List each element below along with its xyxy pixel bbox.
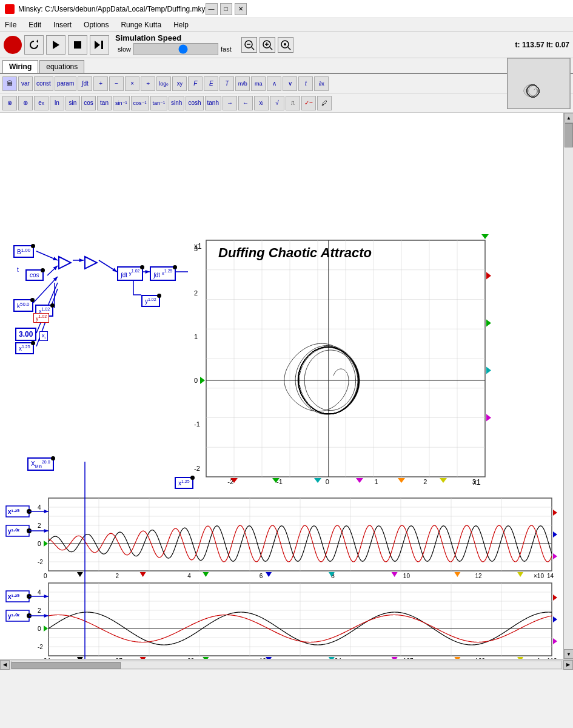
zoom-plus-button[interactable] — [260, 37, 275, 53]
step-button[interactable] — [90, 35, 109, 55]
icon-pillar[interactable]: 🏛 — [2, 76, 17, 91]
hscroll-thumb[interactable] — [12, 662, 121, 669]
icon-asin[interactable]: sin⁻¹ — [113, 96, 130, 110]
svg-marker-3 — [95, 41, 100, 49]
close-button[interactable]: ✕ — [235, 3, 247, 15]
scroll-thumb[interactable] — [565, 123, 573, 147]
icon-ma[interactable]: ma — [251, 76, 266, 91]
icon-param[interactable]: param — [55, 76, 76, 91]
node-xi-1[interactable]: xi — [39, 331, 48, 341]
icon-f[interactable]: F — [188, 76, 203, 91]
icon-e[interactable]: E — [204, 76, 218, 91]
right-scrollbar: ▲ ▼ — [563, 113, 573, 659]
node-B[interactable]: B1.00 — [13, 245, 34, 258]
icon-arrow-right[interactable]: → — [223, 96, 237, 110]
scroll-up-button[interactable]: ▲ — [564, 113, 573, 123]
icon-circle-plus[interactable]: ⊕ — [18, 96, 33, 110]
play-button[interactable] — [46, 35, 65, 55]
icon-integral[interactable]: ∫dt — [78, 76, 92, 91]
stop-button[interactable] — [68, 35, 87, 55]
main-area: Duffing Chaotic Attracto B1.00 cos ∫dt y… — [0, 113, 573, 659]
icon-cos[interactable]: cos — [81, 96, 96, 110]
icon-toolbar-row2: ⊗ ⊕ ex ln sin cos tan sin⁻¹ cos⁻¹ tan⁻¹ … — [0, 93, 573, 113]
node-integral-y[interactable]: ∫dt y1.02 — [117, 266, 143, 281]
slow-label: slow — [118, 46, 131, 53]
icon-cosh[interactable]: cosh — [186, 96, 203, 110]
zoom-minus-button[interactable] — [241, 37, 257, 53]
svg-rect-2 — [74, 41, 81, 49]
icon-pow[interactable]: xy — [172, 76, 187, 91]
icon-tanh[interactable]: tanh — [205, 96, 221, 110]
icon-toolbar-row1: 🏛 var const param ∫dt + − × ÷ log₀ xy F … — [0, 74, 573, 93]
node-k[interactable]: k50.0 — [13, 299, 33, 312]
main-toolbar: Simulation Speed slow fast t: 113.57 It:… — [0, 32, 573, 58]
icon-arrow-left[interactable]: ← — [238, 96, 253, 110]
node-x-125[interactable]: x1.25 — [15, 342, 34, 354]
icon-minus[interactable]: − — [109, 76, 124, 91]
menu-runge-kutta[interactable]: Runge Kutta — [118, 19, 164, 30]
triangle-1[interactable] — [58, 255, 72, 271]
icon-xi[interactable]: xi — [254, 96, 269, 110]
icon-acos[interactable]: cos⁻¹ — [131, 96, 149, 110]
icon-deriv[interactable]: ∂x — [314, 76, 329, 91]
speed-title-label: Simulation Speed — [115, 33, 181, 42]
icon-time[interactable]: t — [298, 76, 313, 91]
node-cos[interactable]: cos — [25, 269, 44, 281]
node-y-out[interactable]: y1.02 — [141, 295, 160, 307]
icon-multiply[interactable]: × — [125, 76, 139, 91]
maximize-button[interactable]: □ — [220, 3, 232, 15]
icon-switch[interactable]: ⎍ — [286, 96, 300, 110]
icon-sqrt[interactable]: √ — [270, 96, 284, 110]
icon-exp[interactable]: ex — [34, 96, 49, 110]
svg-rect-4 — [101, 41, 103, 49]
icon-atan[interactable]: tan⁻¹ — [150, 96, 168, 110]
icon-var[interactable]: var — [18, 76, 33, 91]
menu-file[interactable]: File — [2, 19, 19, 30]
speed-slider[interactable] — [133, 43, 218, 55]
node-xmin[interactable]: XMin20.0 — [27, 457, 54, 471]
node-const-300[interactable]: 3.00 — [15, 328, 36, 341]
app-icon — [5, 4, 15, 14]
icon-plus[interactable]: + — [93, 76, 108, 91]
zoom-fit-button[interactable] — [278, 37, 293, 53]
icon-circle-x[interactable]: ⊗ — [2, 96, 17, 110]
icon-t[interactable]: T — [219, 76, 234, 91]
icon-sin[interactable]: sin — [65, 96, 80, 110]
icon-const[interactable]: const — [34, 76, 53, 91]
svg-marker-16 — [85, 257, 97, 269]
icon-check-wave[interactable]: ✓~ — [301, 96, 316, 110]
scroll-track[interactable] — [564, 123, 573, 649]
canvas-area[interactable]: Duffing Chaotic Attracto B1.00 cos ∫dt y… — [0, 113, 563, 659]
minimize-button[interactable]: — — [206, 3, 218, 15]
menu-insert[interactable]: Insert — [51, 19, 74, 30]
tab-wiring[interactable]: Wiring — [2, 60, 38, 73]
node-integral-x[interactable]: ∫dt x1.25 — [150, 266, 176, 281]
menu-options[interactable]: Options — [81, 19, 111, 30]
icon-pen[interactable]: 🖊 — [317, 96, 332, 110]
icon-ln[interactable]: ln — [50, 96, 64, 110]
node-y-small[interactable]: y1.02 — [33, 313, 49, 323]
menu-edit[interactable]: Edit — [26, 19, 44, 30]
scroll-left-button[interactable]: ◀ — [0, 660, 10, 670]
icon-mb[interactable]: m/b — [235, 76, 250, 91]
bottom-scrollbar: ◀ ▶ — [0, 659, 573, 670]
record-button[interactable] — [4, 36, 22, 54]
menu-help[interactable]: Help — [171, 19, 191, 30]
time-display: t: 113.57 It: 0.07 — [515, 41, 569, 49]
svg-marker-1 — [53, 41, 59, 49]
icon-sinh[interactable]: sinh — [169, 96, 184, 110]
icon-tan[interactable]: tan — [97, 96, 112, 110]
icon-divide[interactable]: ÷ — [141, 76, 155, 91]
tab-bar: Wiring equations — [0, 58, 573, 74]
scroll-right-button[interactable]: ▶ — [563, 660, 573, 670]
triangle-2[interactable] — [84, 255, 98, 271]
node-x-125-out[interactable]: x1.25 — [175, 477, 193, 489]
icon-or[interactable]: ∨ — [283, 76, 297, 91]
scroll-down-button[interactable]: ▼ — [564, 649, 573, 659]
tab-equations[interactable]: equations — [39, 60, 84, 73]
window-title: Minsky: C:/Users/debun/AppData/Local/Tem… — [18, 5, 206, 13]
hscroll-track[interactable] — [11, 661, 562, 669]
icon-log[interactable]: log₀ — [156, 76, 171, 91]
reset-button[interactable] — [24, 35, 44, 55]
icon-and[interactable]: ∧ — [267, 76, 281, 91]
